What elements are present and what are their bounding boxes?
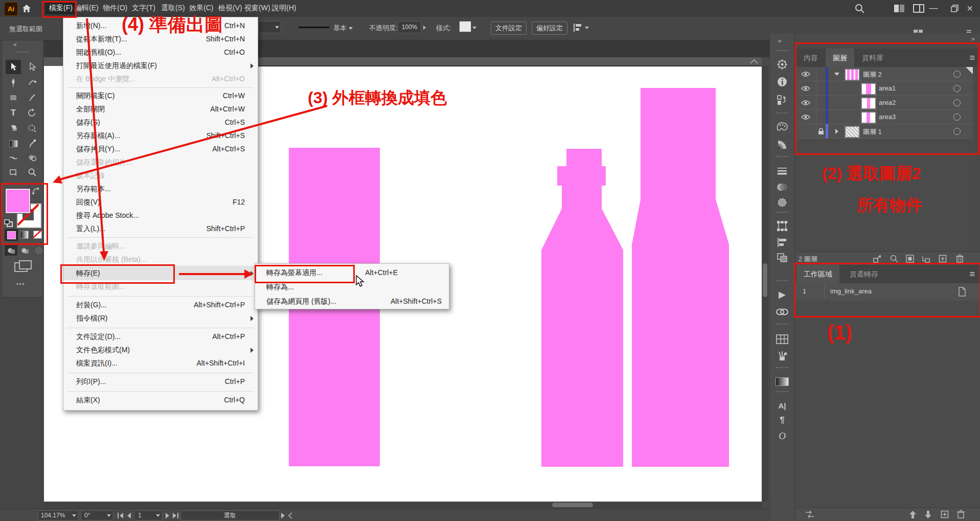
type-tool[interactable]: T — [6, 106, 21, 120]
submenu-item-export-as[interactable]: 轉存為... — [255, 280, 449, 295]
menu-item-print[interactable]: 列印(P)...Ctrl+P — [63, 375, 258, 389]
menu-item-close-all[interactable]: 全部關閉Alt+Ctrl+W — [63, 103, 258, 116]
layer-thumbnail[interactable] — [845, 69, 860, 81]
horizontal-scrollbar[interactable] — [44, 502, 762, 509]
align-dropdown-icon[interactable] — [585, 27, 589, 29]
artboard-page-icon[interactable] — [958, 287, 966, 297]
transparency-panel-icon[interactable] — [774, 180, 790, 194]
links-panel-icon[interactable] — [774, 305, 790, 319]
object-thumbnail[interactable] — [861, 111, 876, 124]
menu-item-new[interactable]: 新增(N)...Ctrl+N — [63, 19, 258, 33]
first-artboard-icon[interactable] — [117, 513, 124, 518]
width-tool[interactable] — [6, 151, 21, 165]
visibility-eye-icon[interactable] — [795, 81, 816, 95]
layer-row[interactable]: 圖層 2 — [795, 67, 973, 81]
color-mode-none[interactable] — [31, 229, 43, 240]
prev-artboard-icon[interactable] — [127, 513, 131, 518]
eraser-tool[interactable] — [6, 121, 21, 135]
tab-libraries[interactable]: 資料庫 — [855, 49, 891, 67]
object-thumbnail[interactable] — [861, 83, 876, 95]
selection-tool[interactable] — [6, 60, 21, 74]
swap-fill-stroke-icon[interactable] — [31, 187, 41, 196]
menu-item-scripts[interactable]: 指令檔(R) — [63, 312, 258, 325]
color-mode-fill[interactable] — [5, 229, 18, 241]
menu-item-document-setup[interactable]: 文件設定(D)...Alt+Ctrl+P — [63, 330, 258, 344]
lock-icon[interactable] — [816, 124, 826, 138]
pen-tool[interactable] — [6, 75, 21, 89]
dock-collapse-icon[interactable]: « — [778, 37, 782, 44]
paintbrush-tool[interactable] — [25, 90, 40, 105]
layers-panel-menu-icon[interactable]: ≡ — [969, 53, 975, 63]
new-layer-icon[interactable] — [939, 255, 947, 263]
menu-item-document-color-mode[interactable]: 文件色彩模式(M) — [63, 344, 258, 357]
menu-edit[interactable]: 編輯(E) — [75, 4, 99, 13]
artboard-nav-dropdown[interactable]: 1 — [134, 510, 163, 520]
menu-item-export[interactable]: 轉存(E) — [63, 266, 258, 280]
rearrange-artboards-icon[interactable] — [805, 510, 815, 519]
layer-row[interactable]: area1 — [795, 81, 973, 96]
transform-panel-icon[interactable] — [774, 219, 790, 233]
artboards-panel-menu-icon[interactable]: ≡ — [969, 269, 975, 280]
object-name[interactable]: area2 — [879, 99, 896, 106]
panel-collapse-icon[interactable]: » — [971, 35, 975, 42]
next-artboard-icon[interactable] — [165, 513, 170, 518]
draw-behind-mode[interactable] — [18, 245, 31, 256]
menu-item-place[interactable]: 置入(L)...Shift+Ctrl+P — [63, 222, 258, 236]
close-button[interactable]: × — [960, 0, 980, 16]
opacity-expand-icon[interactable] — [423, 26, 426, 30]
actions-panel-icon[interactable]: ▶ — [774, 288, 790, 301]
menu-effect[interactable]: 效果(C) — [189, 4, 213, 13]
menu-item-save-a-copy[interactable]: 儲存拷貝(Y)...Alt+Ctrl+S — [63, 143, 258, 156]
fill-swatch-magenta[interactable] — [6, 189, 30, 213]
menu-item-save-as-template[interactable]: 另存範本... — [63, 183, 258, 196]
menu-item-exit[interactable]: 結束(X)Ctrl+Q — [63, 394, 258, 407]
rotate-tool[interactable] — [25, 106, 40, 120]
tab-layers[interactable]: 圖層 — [826, 49, 854, 67]
style-dropdown-icon[interactable] — [472, 27, 476, 29]
color-mode-gradient[interactable] — [18, 229, 30, 240]
align-panel-icon[interactable] — [774, 236, 790, 249]
brushes-panel-icon[interactable] — [774, 349, 790, 363]
menu-item-package[interactable]: 封裝(G)...Alt+Shift+Ctrl+P — [63, 299, 258, 312]
delete-artboard-trash-icon[interactable] — [957, 510, 965, 518]
history-collapse-icon[interactable] — [288, 512, 293, 519]
menu-type[interactable]: 文字(T) — [132, 4, 155, 13]
artboard-tool[interactable] — [6, 165, 21, 179]
move-up-icon[interactable] — [909, 510, 917, 519]
menu-view[interactable]: 檢視(V) — [218, 4, 242, 13]
artboard-name[interactable]: img_link_area — [830, 287, 872, 295]
visibility-eye-icon[interactable] — [795, 67, 816, 81]
illustrator-logo-icon[interactable]: Ai — [4, 2, 18, 16]
search-icon[interactable] — [855, 4, 865, 14]
submenu-item-export-for-screens[interactable]: 轉存為螢幕適用...Alt+Ctrl+E — [255, 266, 449, 280]
menu-select[interactable]: 選取(S) — [161, 4, 185, 13]
horizontal-scrollbar-thumb[interactable] — [552, 503, 593, 507]
target-circle-icon[interactable] — [953, 114, 961, 121]
artboard-row[interactable]: 1 img_link_area — [795, 283, 980, 301]
status-expand-icon[interactable] — [281, 513, 285, 518]
rectangle-tool[interactable] — [6, 90, 21, 105]
paragraph-panel-icon[interactable]: ¶ — [774, 414, 790, 427]
locate-object-icon[interactable] — [890, 255, 898, 263]
control-panel-collapse-chevron-icon[interactable] — [747, 57, 761, 65]
collapsed-chevron-icon[interactable] — [835, 129, 838, 134]
target-circle-icon[interactable] — [953, 71, 961, 78]
shape-builder-tool[interactable] — [25, 151, 40, 165]
menu-object[interactable]: 物件(O) — [103, 4, 127, 13]
menu-window[interactable]: 視窗(W) — [244, 4, 270, 13]
layer-name[interactable]: 圖層 1 — [863, 127, 882, 137]
color-guide-panel-icon[interactable] — [774, 138, 790, 151]
menu-item-revert[interactable]: 回復(V)F12 — [63, 196, 258, 209]
default-fill-stroke-icon[interactable] — [4, 219, 13, 228]
screen-mode-icon[interactable] — [14, 260, 32, 273]
appearance-panel-icon[interactable] — [774, 196, 790, 209]
minimize-button[interactable]: — — [923, 0, 944, 16]
menu-item-search-adobe-stock[interactable]: 搜尋 Adobe Stock... — [63, 209, 258, 222]
gradient-panel-icon[interactable] — [774, 375, 790, 388]
document-setup-button[interactable]: 文件設定 — [491, 21, 527, 35]
lock-column[interactable] — [816, 67, 826, 81]
artboards-panel-icon[interactable] — [774, 94, 790, 107]
object-thumbnail[interactable] — [861, 97, 876, 109]
move-down-icon[interactable] — [924, 510, 932, 519]
layer-row[interactable]: area3 — [795, 110, 973, 124]
